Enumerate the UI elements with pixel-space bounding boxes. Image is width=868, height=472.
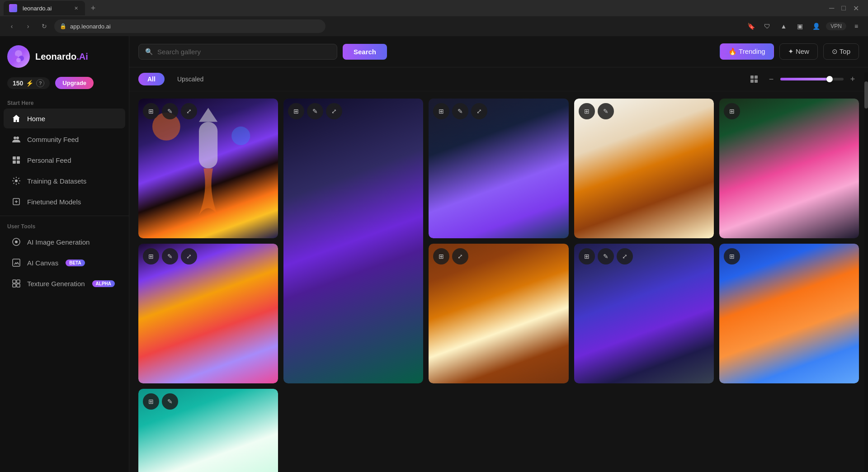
address-bar[interactable]: 🔒 app.leonardo.ai — [54, 19, 326, 33]
overlay-grid-btn-10[interactable]: ⊞ — [143, 393, 159, 410]
gallery-item-koala[interactable]: ⊞ ✎ — [138, 389, 278, 472]
zoom-minus-btn[interactable]: − — [765, 73, 778, 85]
svg-point-10 — [15, 179, 18, 182]
svg-rect-14 — [13, 259, 20, 266]
sidebar-item-home[interactable]: Home — [4, 109, 125, 128]
overlay-expand-btn-8[interactable]: ⤢ — [617, 248, 633, 264]
item-overlay-rocket: ⊞ ✎ ⤢ — [138, 99, 278, 124]
tabs-row: All Upscaled − — [129, 67, 868, 91]
overlay-grid-btn-3[interactable]: ⊞ — [433, 103, 449, 119]
secure-icon: 🔒 — [60, 23, 66, 29]
svg-rect-18 — [17, 284, 20, 287]
trending-btn[interactable]: 🔥 Trending — [720, 43, 774, 60]
new-btn[interactable]: ✦ New — [779, 43, 818, 60]
menu-btn[interactable]: ≡ — [850, 20, 863, 33]
top-btn[interactable]: ⊙ Top — [823, 43, 859, 60]
overlay-grid-btn-4[interactable]: ⊞ — [579, 103, 595, 119]
svg-rect-15 — [13, 280, 16, 283]
sidebar-item-training[interactable]: Training & Datasets — [4, 171, 125, 191]
overlay-edit-btn-3[interactable]: ✎ — [452, 103, 468, 119]
sidebar-item-ai-canvas[interactable]: AI Canvas BETA — [4, 253, 125, 273]
minimize-btn[interactable]: ─ — [829, 4, 834, 12]
overlay-edit-btn-6[interactable]: ✎ — [162, 248, 178, 264]
lightning-icon: ⚡ — [26, 80, 33, 87]
reload-btn[interactable]: ↻ — [38, 20, 51, 33]
back-btn[interactable]: ‹ — [5, 20, 18, 33]
close-window-btn[interactable]: ✕ — [853, 4, 859, 13]
ai-canvas-icon — [11, 257, 22, 268]
overlay-edit-btn-10[interactable]: ✎ — [162, 393, 178, 410]
home-icon — [11, 113, 22, 124]
svg-rect-21 — [750, 80, 754, 83]
gallery-item-flowers[interactable]: ⊞ — [719, 244, 859, 383]
gallery-item-hieroglyphs[interactable]: ⊞ ⤢ — [429, 244, 568, 383]
overlay-expand-btn-6[interactable]: ⤢ — [181, 248, 197, 264]
tab-title: leonardo.ai — [23, 5, 52, 12]
help-btn[interactable]: ? — [36, 79, 44, 87]
vpn-badge: VPN — [826, 22, 846, 30]
tab-upscaled[interactable]: Upscaled — [168, 73, 212, 85]
overlay-edit-btn-2[interactable]: ✎ — [307, 103, 323, 119]
sidebar-item-finetuned[interactable]: Finetuned Models — [4, 192, 125, 212]
overlay-expand-btn-2[interactable]: ⤢ — [326, 103, 342, 119]
overlay-grid-btn-8[interactable]: ⊞ — [579, 248, 595, 264]
restore-btn[interactable]: □ — [841, 4, 846, 12]
svg-point-24 — [231, 127, 250, 145]
svg-rect-17 — [13, 284, 16, 287]
overlay-expand-btn[interactable]: ⤢ — [181, 103, 197, 119]
sidebar-item-community[interactable]: Community Feed — [4, 129, 125, 149]
url-text: app.leonardo.ai — [70, 23, 111, 30]
svg-rect-6 — [13, 156, 16, 160]
gallery-item-tree[interactable]: ⊞ ✎ ⤢ — [283, 99, 423, 383]
search-btn[interactable]: Search — [343, 44, 387, 60]
grid-view-btn[interactable] — [747, 72, 761, 86]
sidebar: Leonardo.Ai 150 ⚡ ? Upgrade Start Here H… — [0, 36, 129, 472]
item-overlay-hieroglyphs: ⊞ ⤢ — [429, 244, 568, 269]
gallery-item-dog[interactable]: ⊞ ✎ — [574, 99, 714, 238]
overlay-grid-btn-2[interactable]: ⊞ — [288, 103, 304, 119]
scrollbar[interactable] — [864, 72, 868, 472]
tab-view-btn[interactable]: ▣ — [793, 20, 806, 33]
community-icon — [11, 134, 22, 145]
gallery-item-rocket[interactable]: ⊞ ✎ ⤢ — [138, 99, 278, 238]
zoom-thumb[interactable] — [826, 76, 833, 82]
sidebar-item-personal[interactable]: Personal Feed — [4, 150, 125, 170]
triangle-btn[interactable]: ▲ — [777, 20, 790, 33]
gallery-item-warrior[interactable]: ⊞ ✎ ⤢ — [574, 244, 714, 383]
overlay-grid-btn-6[interactable]: ⊞ — [143, 248, 159, 264]
overlay-grid-btn-9[interactable]: ⊞ — [724, 248, 740, 264]
search-placeholder: Search gallery — [157, 48, 201, 56]
svg-point-5 — [16, 137, 19, 139]
new-tab-btn[interactable]: + — [87, 2, 99, 14]
nav-bar: ‹ › ↻ 🔒 app.leonardo.ai 🔖 🛡 ▲ ▣ 👤 VPN ≡ — [0, 16, 868, 36]
sidebar-item-texture[interactable]: Texture Generation ALPHA — [4, 274, 125, 293]
tab-close-btn[interactable]: ✕ — [72, 5, 80, 12]
profile-btn[interactable]: 👤 — [810, 20, 822, 33]
overlay-edit-btn-4[interactable]: ✎ — [598, 103, 614, 119]
overlay-grid-btn-7[interactable]: ⊞ — [433, 248, 449, 264]
sidebar-label-ai-image: AI Image Generation — [27, 238, 90, 246]
gallery-item-woman[interactable]: ⊞ ✎ ⤢ — [429, 99, 568, 238]
forward-btn[interactable]: › — [22, 20, 34, 33]
upgrade-btn[interactable]: Upgrade — [55, 77, 94, 89]
zoom-slider[interactable]: − + — [765, 73, 859, 85]
overlay-grid-btn[interactable]: ⊞ — [143, 103, 159, 119]
zoom-plus-btn[interactable]: + — [846, 73, 859, 85]
search-box[interactable]: 🔍 Search gallery — [138, 44, 337, 60]
bookmark-btn[interactable]: 🔖 — [745, 20, 757, 33]
gallery-item-lion[interactable]: ⊞ ✎ ⤢ — [138, 244, 278, 383]
overlay-expand-btn-3[interactable]: ⤢ — [471, 103, 487, 119]
active-tab[interactable]: leonardo.ai ✕ — [4, 1, 85, 15]
gallery-item-woman2[interactable]: ⊞ — [719, 99, 859, 238]
scroll-thumb[interactable] — [864, 81, 868, 109]
overlay-edit-btn-8[interactable]: ✎ — [598, 248, 614, 264]
sidebar-label-personal: Personal Feed — [27, 156, 71, 164]
zoom-track — [780, 78, 844, 80]
sidebar-item-ai-image[interactable]: AI Image Generation — [4, 232, 125, 252]
overlay-edit-btn[interactable]: ✎ — [162, 103, 178, 119]
overlay-expand-btn-7[interactable]: ⤢ — [452, 248, 468, 264]
shield-btn[interactable]: 🛡 — [761, 20, 774, 33]
svg-rect-22 — [755, 80, 758, 83]
tab-all[interactable]: All — [138, 73, 165, 85]
overlay-grid-btn-5[interactable]: ⊞ — [724, 103, 740, 119]
